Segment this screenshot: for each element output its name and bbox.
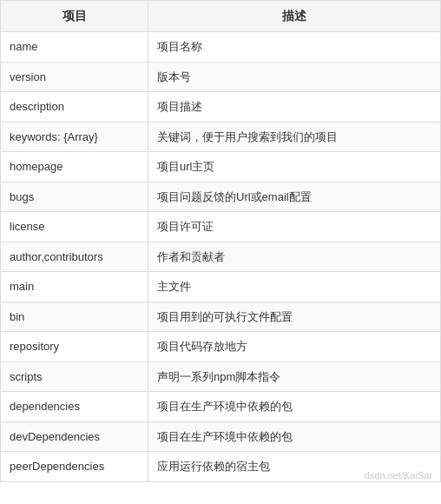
item-cell: bin xyxy=(1,302,148,332)
desc-cell: 关键词，便于用户搜索到我们的项目 xyxy=(148,122,441,152)
item-cell: keywords: {Array} xyxy=(1,122,148,152)
table-row: keywords: {Array}关键词，便于用户搜索到我们的项目 xyxy=(1,122,441,152)
header-item: 项目 xyxy=(1,1,148,32)
table-row: peerDependencies应用运行依赖的宿主包 xyxy=(1,452,441,482)
item-cell: devDependencies xyxy=(1,421,148,452)
desc-cell: 项目描述 xyxy=(148,92,441,123)
desc-cell: 项目在生产环境中依赖的包 xyxy=(148,392,441,422)
table-row: description项目描述 xyxy=(1,92,441,123)
item-cell: repository xyxy=(1,332,148,362)
desc-cell: 项目url主页 xyxy=(148,152,441,182)
item-cell: license xyxy=(1,212,148,242)
table-row: bugs项目问题反馈的Url或email配置 xyxy=(1,182,441,212)
desc-cell: 版本号 xyxy=(148,62,441,92)
table-row: dependencies项目在生产环境中依赖的包 xyxy=(1,392,441,422)
desc-cell: 项目名称 xyxy=(148,32,441,63)
package-json-table: 项目 描述 name项目名称version版本号description项目描述k… xyxy=(0,0,441,482)
desc-cell: 作者和贡献者 xyxy=(148,242,441,272)
item-cell: dependencies xyxy=(1,392,148,422)
table-row: bin项目用到的可执行文件配置 xyxy=(1,302,441,332)
table-row: devDependencies项目在生产环境中依赖的包 xyxy=(1,421,441,452)
item-cell: name xyxy=(1,32,148,63)
table-row: scripts声明一系列npm脚本指令 xyxy=(1,361,441,392)
table-row: version版本号 xyxy=(1,62,441,92)
desc-cell: 项目在生产环境中依赖的包 xyxy=(148,421,441,452)
item-cell: bugs xyxy=(1,182,148,212)
desc-cell: 声明一系列npm脚本指令 xyxy=(148,361,441,392)
table-row: repository项目代码存放地方 xyxy=(1,332,441,362)
item-cell: author,contributors xyxy=(1,242,148,272)
table-row: license项目许可证 xyxy=(1,212,441,242)
item-cell: peerDependencies xyxy=(1,452,148,482)
item-cell: main xyxy=(1,272,148,302)
desc-cell: 项目用到的可执行文件配置 xyxy=(148,302,441,332)
desc-cell: 应用运行依赖的宿主包 xyxy=(148,452,441,482)
desc-cell: 项目问题反馈的Url或email配置 xyxy=(148,182,441,212)
item-cell: scripts xyxy=(1,361,148,392)
item-cell: description xyxy=(1,92,148,123)
table-row: homepage项目url主页 xyxy=(1,152,441,182)
item-cell: homepage xyxy=(1,152,148,182)
table-row: main主文件 xyxy=(1,272,441,302)
item-cell: version xyxy=(1,62,148,92)
table-row: author,contributors作者和贡献者 xyxy=(1,242,441,272)
desc-cell: 主文件 xyxy=(148,272,441,302)
desc-cell: 项目代码存放地方 xyxy=(148,332,441,362)
header-desc: 描述 xyxy=(148,1,441,32)
table-row: name项目名称 xyxy=(1,32,441,63)
desc-cell: 项目许可证 xyxy=(148,212,441,242)
